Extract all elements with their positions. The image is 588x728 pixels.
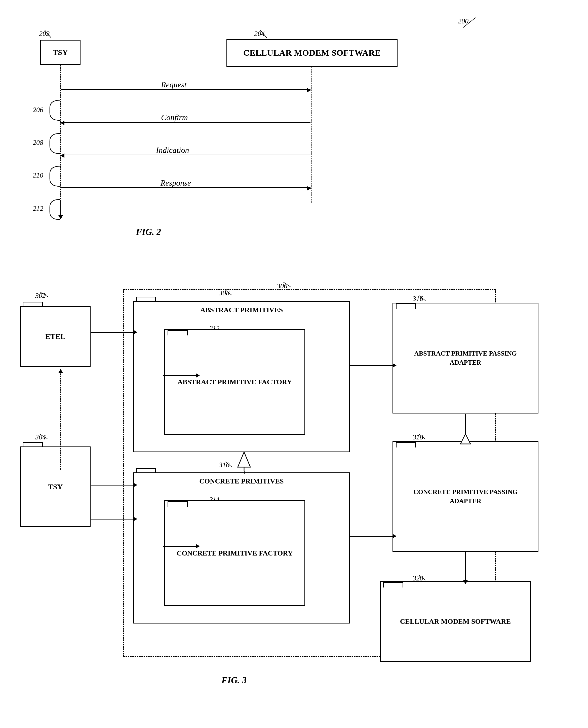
fig2-caption: FIG. 2 [136, 227, 161, 237]
svg-line-6 [226, 290, 232, 295]
fig3-dashed-vline [60, 369, 61, 470]
cpf-to-cppa-arrow [393, 534, 397, 539]
fig3-caption: FIG. 3 [222, 675, 247, 685]
svg-line-0 [463, 18, 476, 28]
tsy-to-conc-prim-arrow1 [133, 483, 138, 487]
ref202-arrow [37, 28, 57, 40]
ref304-arrow [35, 431, 52, 442]
concrete-primitives-label: CONCRETE PRIMITIVES [134, 477, 349, 485]
cppa-tab [396, 442, 416, 447]
apf-tab [168, 330, 188, 336]
tsy-down-arrow [58, 215, 63, 219]
ref210-brace [47, 164, 62, 189]
tsy-bottom-line [60, 201, 61, 217]
ref-208: 208 [33, 139, 43, 146]
request-label: Request [161, 80, 186, 89]
svg-line-4 [40, 292, 48, 297]
tsy-box: TSY [40, 40, 81, 65]
appa-cppa-triangle [459, 432, 472, 445]
tsy-box3-container: TSY [20, 442, 90, 528]
concrete-primitive-factory-box: CONCRETE PRIMITIVE FACTORY [164, 500, 305, 606]
svg-line-10 [419, 575, 425, 580]
into-apf-arrow [196, 373, 200, 378]
cpf-tab [168, 501, 188, 507]
svg-line-8 [419, 296, 425, 301]
etel-to-abs-prim-arrow [133, 330, 138, 335]
apf-to-appa-line [350, 365, 394, 366]
appa-tab [396, 303, 416, 309]
ref206-brace [47, 98, 62, 123]
confirm-label: Confirm [161, 113, 188, 122]
etel-box-container: ETEL [20, 302, 90, 367]
svg-marker-13 [460, 434, 470, 444]
response-label: Response [161, 178, 191, 188]
ref-210: 210 [33, 171, 43, 179]
cms-dashed-line [312, 67, 312, 203]
etel-box: ETEL [20, 306, 90, 367]
tsy-to-etel-arrow [58, 369, 63, 373]
tsy-to-conc-prim-line1 [91, 485, 134, 485]
cpf-to-cppa-line [350, 536, 394, 537]
abstract-primitives-label: ABSTRACT PRIMITIVES [134, 306, 349, 314]
svg-marker-11 [238, 452, 250, 467]
ref318-arrow [412, 431, 429, 442]
cppa-to-cms-arrow [463, 580, 468, 584]
abstract-passing-adapter-box: ABSTRACT PRIMITIVE PASSING ADAPTER [393, 303, 539, 413]
into-cpf-arrow [196, 544, 200, 548]
cms3-box: CELLULAR MODEM SOFTWARE [380, 581, 531, 662]
ref308-arrow [218, 288, 235, 298]
inheritance-triangle [236, 451, 252, 471]
ref208-brace [47, 131, 62, 156]
abstract-primitives-container: ABSTRACT PRIMITIVES 312 ABSTRACT PRIMITI… [133, 297, 350, 453]
ref316-arrow [412, 293, 429, 303]
cms3-tab [383, 582, 403, 587]
into-cpf-line [163, 546, 196, 547]
ref306-arrow [276, 280, 296, 289]
svg-line-3 [283, 282, 291, 287]
ref-206: 206 [33, 106, 43, 114]
cms-box: CELLULAR MODEM SOFTWARE [227, 39, 398, 67]
ref204-arrow [253, 28, 273, 40]
tsy-to-conc-prim-line2 [91, 519, 134, 520]
abstract-primitives-box: ABSTRACT PRIMITIVES 312 ABSTRACT PRIMITI… [133, 301, 350, 452]
svg-line-1 [45, 30, 51, 38]
svg-line-9 [419, 434, 425, 439]
cppa-to-cms-vline [465, 552, 466, 582]
concrete-passing-adapter-box: CONCRETE PRIMITIVE PASSING ADAPTER [393, 441, 539, 552]
triangle-connector-line [244, 471, 245, 474]
indication-label: Indication [156, 145, 189, 155]
abstract-primitive-factory-box: ABSTRACT PRIMITIVE FACTORY [164, 329, 305, 435]
etel-to-abs-prim-line [91, 332, 134, 332]
ref200-arrow [456, 15, 486, 30]
svg-line-2 [260, 30, 267, 38]
concrete-primitives-box: CONCRETE PRIMITIVES 314 CONCRETE PRIMITI… [133, 472, 350, 624]
svg-line-5 [40, 434, 47, 439]
apf-to-appa-arrow [393, 363, 397, 368]
tsy-box3: TSY [20, 446, 90, 527]
svg-line-7 [226, 462, 232, 467]
into-apf-line [163, 375, 196, 376]
tsy-to-conc-prim-arrow2 [133, 517, 138, 521]
ref-212: 212 [33, 204, 43, 213]
ref302-arrow [35, 289, 53, 300]
